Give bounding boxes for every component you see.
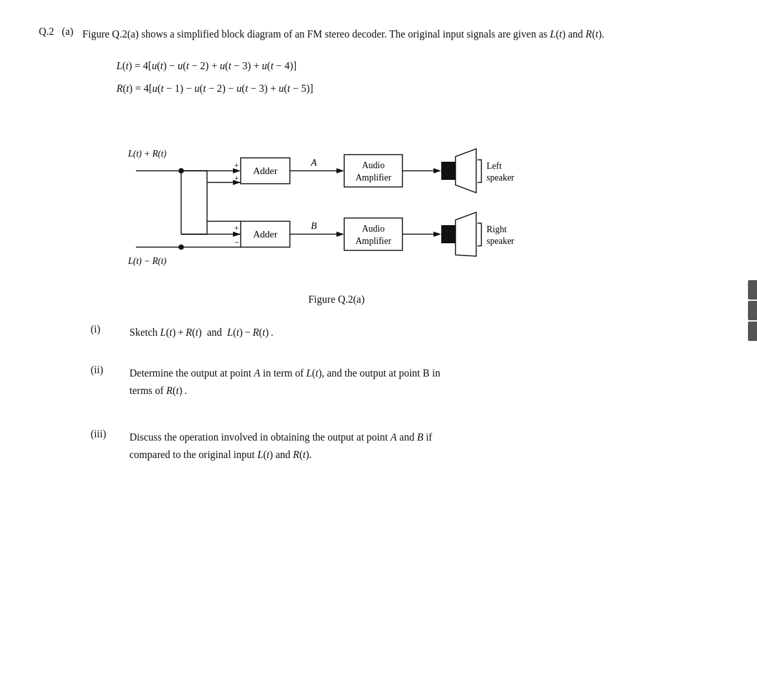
subq-text-ii: Determine the output at point A in term … — [129, 364, 718, 399]
adder1-label: Adder — [253, 166, 278, 176]
right-edge-tabs — [748, 280, 757, 341]
amp1-label-line1: Audio — [362, 160, 385, 170]
equations-block: L(t) = 4[u(t) − u(t − 2) + u(t − 3) + u(… — [116, 54, 718, 100]
block-diagram: Adder A Audio Amplifier Left speaker L(t… — [116, 118, 718, 289]
adder1-plus-top: + — [234, 160, 239, 170]
input-bottom-label: L(t) − R(t) — [127, 256, 167, 267]
adder2-plus: + — [234, 223, 239, 233]
amp2-label-line1: Audio — [362, 224, 385, 234]
equation-1: L(t) = 4[u(t) − u(t − 2) + u(t − 3) + u(… — [116, 54, 718, 77]
subq-label-ii: (ii) — [91, 364, 129, 376]
svg-marker-20 — [336, 232, 344, 237]
amp1-label-line2: Amplifier — [355, 173, 391, 182]
svg-marker-6 — [336, 168, 344, 173]
question-text: Figure Q.2(a) shows a simplified block d… — [82, 26, 604, 43]
left-speaker-label-line1: Left — [487, 161, 501, 171]
question-part: (a) — [62, 26, 74, 38]
right-tab-1 — [748, 280, 757, 300]
svg-marker-11 — [455, 149, 476, 193]
subq-label-iii: (iii) — [91, 428, 129, 440]
right-speaker-label-line1: Right — [487, 224, 507, 234]
diagram-caption: Figure Q.2(a) — [116, 294, 556, 305]
point-b-label: B — [311, 221, 316, 231]
adder2-label: Adder — [253, 229, 278, 239]
right-tab-2 — [748, 301, 757, 320]
amp2-label-line2: Amplifier — [355, 236, 391, 246]
svg-marker-23 — [433, 232, 441, 237]
subq-label-i: (i) — [91, 323, 129, 335]
subquestion-iii: (iii) Discuss the operation involved in … — [91, 428, 718, 463]
question-number: Q.2 — [39, 26, 54, 38]
svg-rect-24 — [441, 225, 455, 243]
subquestion-i: (i) Sketch L(t) + R(t) and L(t) − R(t) . — [91, 323, 718, 341]
equation-2: R(t) = 4[u(t − 1) − u(t − 2) − u(t − 3) … — [116, 77, 718, 100]
subq-text-i: Sketch L(t) + R(t) and L(t) − R(t) . — [129, 323, 718, 341]
subq-text-iii: Discuss the operation involved in obtain… — [129, 428, 718, 463]
sub-questions: (i) Sketch L(t) + R(t) and L(t) − R(t) .… — [91, 323, 718, 463]
svg-rect-10 — [441, 162, 455, 180]
input-top-label: L(t) + R(t) — [127, 149, 167, 159]
svg-marker-25 — [455, 212, 476, 256]
right-tab-3 — [748, 322, 757, 341]
left-speaker-label-line2: speaker — [487, 173, 514, 182]
question-header: Q.2 (a) Figure Q.2(a) shows a simplified… — [39, 26, 718, 43]
svg-marker-9 — [433, 168, 441, 173]
adder2-minus: − — [234, 237, 239, 247]
subquestion-ii: (ii) Determine the output at point A in … — [91, 364, 718, 399]
right-speaker-label-line2: speaker — [487, 236, 514, 246]
point-a-label: A — [310, 157, 317, 168]
diagram-svg: Adder A Audio Amplifier Left speaker L(t… — [116, 118, 556, 286]
